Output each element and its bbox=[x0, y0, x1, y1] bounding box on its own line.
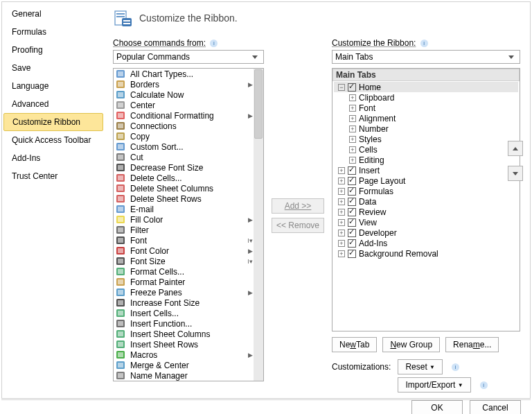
info-icon[interactable]: i bbox=[210, 40, 218, 47]
info-icon[interactable]: i bbox=[452, 363, 459, 371]
tree-item[interactable]: +Styles bbox=[334, 134, 518, 144]
tree-item[interactable]: +Page Layout bbox=[334, 175, 518, 186]
tree-item[interactable]: +Review bbox=[334, 207, 518, 217]
tree-item[interactable]: +Alignment bbox=[334, 113, 518, 123]
command-item[interactable]: Fill Color▶ bbox=[114, 214, 254, 225]
expand-icon[interactable]: + bbox=[338, 178, 345, 184]
sidebar-item-language[interactable]: Language bbox=[3, 77, 103, 95]
sidebar-item-proofing[interactable]: Proofing bbox=[3, 41, 103, 59]
tree-checkbox[interactable] bbox=[348, 208, 356, 216]
tree-item[interactable]: +View bbox=[334, 217, 518, 227]
command-item[interactable]: Delete Sheet Rows bbox=[114, 193, 254, 204]
command-item[interactable]: Calculate Now bbox=[114, 89, 254, 100]
command-item[interactable]: Font Color▶ bbox=[114, 245, 254, 256]
ok-button[interactable]: OK bbox=[411, 400, 463, 414]
ribbon-tree[interactable]: Main Tabs −Home+Clipboard+Font+Alignment… bbox=[332, 68, 520, 331]
tree-item[interactable]: +Background Removal bbox=[334, 248, 518, 259]
tree-item[interactable]: +Insert bbox=[334, 165, 518, 175]
command-item[interactable]: Insert Sheet Columns bbox=[114, 329, 254, 339]
sidebar-item-customize-ribbon[interactable]: Customize Ribbon bbox=[3, 113, 103, 131]
tree-item[interactable]: +Data bbox=[334, 196, 518, 207]
command-item[interactable]: Cut bbox=[114, 152, 254, 162]
command-item[interactable]: Center bbox=[114, 100, 254, 110]
expand-icon[interactable]: + bbox=[349, 126, 356, 132]
expand-icon[interactable]: + bbox=[349, 157, 356, 164]
tree-item[interactable]: +Add-Ins bbox=[334, 238, 518, 248]
command-item[interactable]: Filter bbox=[114, 225, 254, 235]
command-item[interactable]: FontI▾ bbox=[114, 235, 254, 245]
expand-icon[interactable]: + bbox=[338, 240, 345, 247]
expand-icon[interactable]: + bbox=[338, 198, 345, 205]
commands-listbox[interactable]: All Chart Types...Borders▶Calculate NowC… bbox=[113, 68, 264, 381]
tree-item[interactable]: +Font bbox=[334, 103, 518, 113]
command-item[interactable]: Insert Sheet Rows bbox=[114, 339, 254, 350]
expand-icon[interactable]: + bbox=[338, 230, 345, 236]
move-up-button[interactable] bbox=[508, 141, 523, 156]
tree-item[interactable]: +Cells bbox=[334, 144, 518, 155]
tree-checkbox[interactable] bbox=[348, 166, 356, 175]
remove-button[interactable]: << Remove bbox=[272, 218, 324, 233]
expand-icon[interactable]: + bbox=[338, 209, 345, 216]
sidebar-item-quick-access-toolbar[interactable]: Quick Access Toolbar bbox=[3, 131, 103, 149]
sidebar-item-formulas[interactable]: Formulas bbox=[3, 23, 103, 41]
command-item[interactable]: Decrease Font Size bbox=[114, 162, 254, 173]
expand-icon[interactable]: + bbox=[349, 115, 356, 122]
tree-item[interactable]: +Formulas bbox=[334, 186, 518, 196]
rename-button[interactable]: Rename... bbox=[445, 337, 499, 352]
command-item[interactable]: Font SizeI▾ bbox=[114, 256, 254, 266]
command-item[interactable]: Insert Function... bbox=[114, 318, 254, 329]
command-item[interactable]: Custom Sort... bbox=[114, 141, 254, 152]
expand-icon[interactable]: + bbox=[338, 250, 345, 257]
cancel-button[interactable]: Cancel bbox=[470, 400, 521, 414]
expand-icon[interactable]: + bbox=[349, 136, 356, 143]
expand-icon[interactable]: + bbox=[349, 146, 356, 153]
collapse-icon[interactable]: − bbox=[338, 84, 345, 91]
expand-icon[interactable]: + bbox=[338, 219, 345, 226]
scrollbar[interactable] bbox=[254, 69, 263, 381]
command-item[interactable]: Delete Cells... bbox=[114, 173, 254, 183]
tree-checkbox[interactable] bbox=[348, 218, 356, 227]
import-export-button[interactable]: Import/Export ▼ bbox=[398, 377, 470, 393]
command-item[interactable]: Insert Cells... bbox=[114, 308, 254, 318]
command-item[interactable]: E-mail bbox=[114, 204, 254, 214]
sidebar-item-general[interactable]: General bbox=[3, 5, 103, 23]
info-icon[interactable]: i bbox=[420, 40, 428, 47]
tree-checkbox[interactable] bbox=[348, 229, 356, 237]
sidebar-item-advanced[interactable]: Advanced bbox=[3, 95, 103, 113]
command-item[interactable]: Format Cells... bbox=[114, 266, 254, 277]
tree-item[interactable]: +Developer bbox=[334, 227, 518, 238]
command-item[interactable]: Copy bbox=[114, 131, 254, 141]
tree-checkbox[interactable] bbox=[348, 198, 356, 206]
tree-checkbox[interactable] bbox=[348, 239, 356, 248]
command-item[interactable]: Conditional Formatting▶ bbox=[114, 110, 254, 121]
tree-checkbox[interactable] bbox=[348, 177, 356, 185]
info-icon[interactable]: i bbox=[480, 381, 488, 389]
tree-checkbox[interactable] bbox=[348, 187, 356, 196]
sidebar-item-add-ins[interactable]: Add-Ins bbox=[3, 149, 103, 167]
new-group-button[interactable]: New Group bbox=[382, 337, 440, 352]
expand-icon[interactable]: + bbox=[349, 94, 356, 101]
command-item[interactable]: Macros▶ bbox=[114, 350, 254, 360]
expand-icon[interactable]: + bbox=[338, 188, 345, 195]
tree-item[interactable]: −Home bbox=[334, 82, 518, 92]
reset-button[interactable]: Reset ▼ bbox=[398, 359, 443, 374]
sidebar-item-trust-center[interactable]: Trust Center bbox=[3, 167, 103, 185]
tree-checkbox[interactable] bbox=[348, 250, 356, 258]
command-item[interactable]: Connections bbox=[114, 121, 254, 131]
command-item[interactable]: Increase Font Size bbox=[114, 297, 254, 308]
expand-icon[interactable]: + bbox=[338, 167, 345, 174]
command-item[interactable]: Name Manager bbox=[114, 370, 254, 381]
new-tab-button[interactable]: New Tab bbox=[332, 337, 377, 352]
move-down-button[interactable] bbox=[508, 166, 523, 181]
command-item[interactable]: Merge & Center bbox=[114, 360, 254, 370]
tree-checkbox[interactable] bbox=[348, 83, 356, 92]
tree-item[interactable]: +Number bbox=[334, 123, 518, 134]
add-button[interactable]: Add >> bbox=[272, 198, 324, 214]
command-item[interactable]: Freeze Panes▶ bbox=[114, 287, 254, 297]
command-item[interactable]: All Chart Types... bbox=[114, 69, 254, 79]
sidebar-item-save[interactable]: Save bbox=[3, 59, 103, 77]
tree-item[interactable]: +Clipboard bbox=[334, 92, 518, 103]
command-item[interactable]: Format Painter bbox=[114, 277, 254, 287]
command-item[interactable]: Delete Sheet Columns bbox=[114, 183, 254, 193]
command-item[interactable]: Borders▶ bbox=[114, 79, 254, 89]
